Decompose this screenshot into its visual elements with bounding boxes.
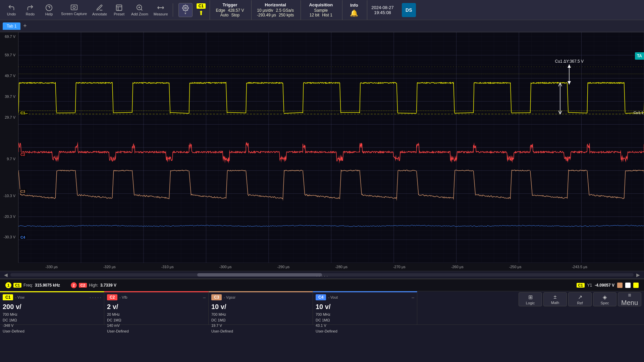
x-label-9: -243.5 μs <box>572 265 587 269</box>
svg-point-3 <box>73 6 75 8</box>
tabs-bar: Tab 1 + <box>0 20 644 32</box>
add-zoom-button[interactable]: Add Zoom <box>129 1 150 19</box>
x-label-6: -270 μs <box>393 265 406 269</box>
x-label-7: -260 μs <box>451 265 464 269</box>
meas2-ch-badge: C2 <box>79 283 87 288</box>
x-label-1: -320 μs <box>103 265 116 269</box>
ds-logo: DS <box>402 3 416 17</box>
c2-card[interactable]: C2 - Vfb – 2 v/ 20 MHz DC 1MΩ 140 mV Use… <box>104 291 209 324</box>
c4-card-badge: C4 <box>316 294 326 300</box>
tab-1[interactable]: Tab 1 <box>3 22 20 30</box>
toolbar: Undo Redo Help Screen Capture Annotate <box>0 0 644 20</box>
meas2-value: 3.7339 V <box>100 283 116 288</box>
x-axis: -330 μs -320 μs -310 μs -300 μs -290 μs … <box>0 263 644 271</box>
c3-color-box <box>617 283 623 288</box>
c1-card[interactable]: C1 - Vsw · · · · · 200 v/ 700 MHz DC 1MΩ… <box>0 291 104 324</box>
c2-card-subtitle: - Vfb <box>119 295 201 299</box>
ch-cards-spacer <box>417 291 516 324</box>
channel-cards: C1 - Vsw · · · · · 200 v/ 700 MHz DC 1MΩ… <box>0 291 644 325</box>
c1-color-box <box>633 283 639 288</box>
y1-ch-badge: C1 <box>577 283 585 288</box>
menu-button[interactable]: ≡ Menu <box>618 292 641 306</box>
c3-card-subtitle: - Vgssr <box>224 295 310 299</box>
c1-card-badge: C1 <box>3 294 13 300</box>
meas1-value: 315.9075 kHz <box>35 283 60 288</box>
settings-button[interactable]: ▼ <box>178 3 193 17</box>
trigger-block[interactable]: Trigger Edge 428.57 V Auto Stop <box>210 0 250 20</box>
svg-rect-2 <box>71 5 77 10</box>
measurement-1: 1 C1 Freq: 315.9075 kHz <box>5 282 60 288</box>
c4-card[interactable]: C4 - Vout – 10 v/ 700 MHz DC 1MΩ 43.1 V … <box>313 291 417 324</box>
y1-value: -4.09057 V <box>595 283 614 288</box>
bottom-panel: 1 C1 Freq: 315.9075 kHz 2 C2 High: 3.733… <box>0 279 644 362</box>
measurement-2: 2 C2 High: 3.7339 V <box>71 282 116 288</box>
cursor-measurement: Cu1 ΔY:367.5 V <box>555 59 584 84</box>
svg-rect-4 <box>116 5 122 10</box>
undo-button[interactable]: Undo <box>3 1 20 19</box>
y-label-6: -10.3 V <box>4 194 17 198</box>
meas2-num-badge: 2 <box>71 282 77 288</box>
scroll-track[interactable]: · · · · · <box>10 273 634 277</box>
c4-channel-label: C4 <box>19 235 26 240</box>
add-tab-button[interactable]: + <box>20 22 30 29</box>
white-color-box <box>625 283 631 288</box>
meas1-label: Freq: <box>23 283 33 288</box>
horizontal-block[interactable]: Horizontal 10 μs/div 2.5 GSa/s -293.49 μ… <box>251 0 299 20</box>
c1-card-settings: 200 v/ 700 MHz DC 1MΩ -348 V User-Define… <box>3 302 101 334</box>
datetime-block: 2024-08-27 19:45:08 <box>367 0 398 20</box>
ta-button[interactable]: TA <box>635 52 644 60</box>
meas2-label: High: <box>89 283 98 288</box>
scope-canvas[interactable]: C1-- C2 C3 C4 TA Cu1.1 Cu1 ΔY:367.5 V <box>18 32 644 263</box>
acquisition-block[interactable]: Acquisition Sample 12 bit Hist 1 <box>301 0 341 20</box>
meas1-num-badge: 1 <box>5 282 11 288</box>
scroll-left-arrow[interactable]: ◀ <box>3 272 9 278</box>
cu1-label: Cu1.1 <box>634 111 643 115</box>
y-label-2: 49.7 V <box>5 74 17 78</box>
help-button[interactable]: Help <box>40 1 58 19</box>
y-label-4: 29.7 V <box>5 115 17 119</box>
measurements-row: 1 C1 Freq: 315.9075 kHz 2 C2 High: 3.733… <box>0 279 644 291</box>
c2-card-settings: 2 v/ 20 MHz DC 1MΩ 140 mV User-Defined <box>107 302 206 334</box>
scroll-bar[interactable]: ◀ · · · · · ▶ <box>0 271 644 279</box>
annotate-button[interactable]: Annotate <box>90 1 109 19</box>
spec-button[interactable]: ◈ Spec <box>593 292 616 306</box>
y-axis: 69.7 V 59.7 V 49.7 V 39.7 V 29.7 V 9.7 V… <box>0 32 18 263</box>
preset-button[interactable]: Preset <box>110 1 128 19</box>
logic-button[interactable]: ⊞ Logic <box>519 292 542 306</box>
y-label-3: 39.7 V <box>5 95 17 99</box>
y-label-8: -30.3 V <box>4 235 17 239</box>
y-label-0: 69.7 V <box>5 35 17 39</box>
y-label-7: -20.3 V <box>4 215 17 219</box>
c3-card-settings: 10 v/ 700 MHz DC 1MΩ 19.7 V User-Defined <box>211 302 310 334</box>
x-label-5: -280 μs <box>335 265 347 269</box>
math-button[interactable]: ± Math <box>543 292 567 306</box>
c3-channel-label: C3 <box>19 189 26 194</box>
svg-marker-13 <box>568 64 571 68</box>
x-label-0: -330 μs <box>45 265 58 269</box>
redo-button[interactable]: Redo <box>21 1 39 19</box>
divider-1 <box>173 3 173 17</box>
svg-marker-14 <box>568 81 571 84</box>
scroll-thumb[interactable] <box>197 273 322 277</box>
c2-channel-label: C2 <box>19 152 26 157</box>
svg-line-8 <box>141 9 143 10</box>
c4-minimize-btn[interactable]: – <box>412 295 414 300</box>
c1-channel-label: C1-- <box>19 111 29 115</box>
c2-minimize-btn[interactable]: – <box>203 295 206 300</box>
measure-button[interactable]: Measure <box>152 1 170 19</box>
y-label-5: 9.7 V <box>7 157 17 161</box>
ref-button[interactable]: ↗ Ref <box>568 292 592 306</box>
info-block[interactable]: Info 🔔 <box>342 0 366 20</box>
scroll-position-indicator: · · · · · <box>316 273 328 279</box>
c1-indicator: C1 ⬆ <box>197 3 206 17</box>
c3-card[interactable]: C3 - Vgssr 10 v/ 700 MHz DC 1MΩ 19.7 V U… <box>209 291 313 324</box>
c1-card-dotted: · · · · · <box>90 295 101 300</box>
bottom-buttons: ⊞ Logic ± Math ↗ Ref ◈ Spec ≡ Menu <box>516 291 644 307</box>
c4-card-settings: 10 v/ 700 MHz DC 1MΩ 43.1 V User-Defined <box>316 302 414 334</box>
meas1-ch-badge: C1 <box>13 283 21 288</box>
screen-capture-button[interactable]: Screen Capture <box>59 1 89 19</box>
svg-point-11 <box>184 7 186 9</box>
scroll-right-arrow[interactable]: ▶ <box>635 272 641 278</box>
c3-card-badge: C3 <box>211 294 222 300</box>
y-label-1: 59.7 V <box>5 53 17 57</box>
